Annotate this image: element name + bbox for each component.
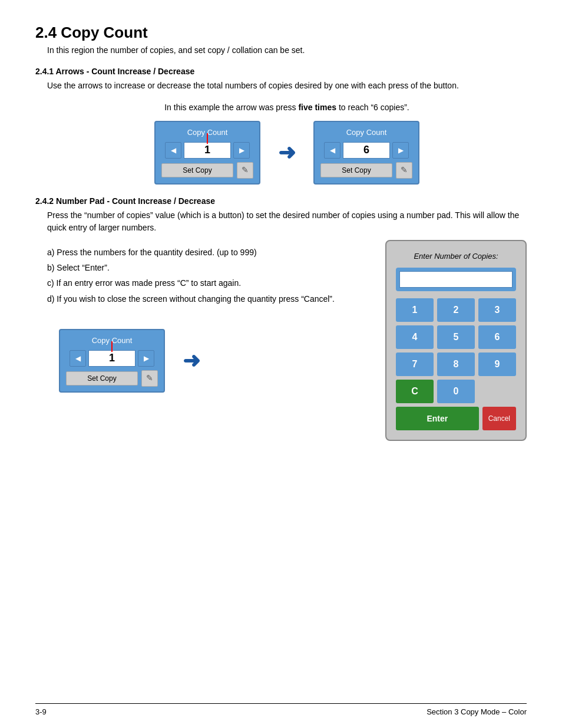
numpad-key-2[interactable]: 2 bbox=[437, 298, 475, 322]
footer-page-number: 3-9 bbox=[35, 707, 47, 716]
numpad-enter-row: Enter Cancel bbox=[396, 407, 516, 430]
widget3-decrement-button[interactable]: ◀ bbox=[70, 350, 86, 367]
widget2-decrement-button[interactable]: ◀ bbox=[324, 142, 340, 159]
widget3-counter-row: ◀ 1 ▶ bbox=[66, 350, 158, 367]
numpad-key-4[interactable]: 4 bbox=[396, 325, 434, 349]
page-subtitle: In this region the number of copies, and… bbox=[47, 45, 527, 55]
list-item-d: d) If you wish to close the screen witho… bbox=[47, 292, 362, 305]
numpad-title: Enter Number of Copies: bbox=[396, 251, 516, 262]
example-text: In this example the arrow was press five… bbox=[47, 101, 527, 114]
list-item-a: a) Press the numbers for the quantity de… bbox=[47, 246, 362, 259]
copy-count-widget-1: Copy Count ◀ 1 ▶ Set Copy ✎ bbox=[154, 121, 260, 185]
section-241-heading: 2.4.1 Arrows - Count Increase / Decrease bbox=[35, 67, 527, 76]
numpad-key-8[interactable]: 8 bbox=[437, 353, 475, 376]
widget3-bottom-row: Set Copy ✎ bbox=[66, 370, 158, 387]
widget1-set-copy-button[interactable]: Set Copy bbox=[161, 163, 233, 177]
section-241-body: Use the arrows to increase or decrease t… bbox=[47, 80, 527, 92]
diagram-arrow-2: ➜ bbox=[183, 345, 200, 377]
widget2-increment-button[interactable]: ▶ bbox=[392, 142, 409, 159]
list-item-b: b) Select “Enter”. bbox=[47, 261, 362, 274]
numpad-key-6[interactable]: 6 bbox=[478, 325, 516, 349]
numpad-cancel-button[interactable]: Cancel bbox=[482, 407, 516, 430]
widget2-bottom-row: Set Copy ✎ bbox=[320, 162, 412, 179]
widget2-set-copy-button[interactable]: Set Copy bbox=[320, 163, 392, 177]
section-242-left-col: a) Press the numbers for the quantity de… bbox=[47, 240, 362, 393]
number-pad: Enter Number of Copies: 1 2 3 4 5 6 7 8 … bbox=[385, 240, 527, 442]
copy-count-widget-3: Copy Count ◀ 1 ▶ Set Copy bbox=[59, 329, 165, 393]
numpad-key-c[interactable]: C bbox=[396, 380, 434, 403]
list-item-c: c) If an entry error was made press “C” … bbox=[47, 276, 362, 289]
numpad-enter-button[interactable]: Enter bbox=[396, 407, 479, 430]
diagram-arrow-1: ➜ bbox=[278, 137, 296, 169]
widget1-bottom-row: Set Copy ✎ bbox=[161, 162, 253, 179]
numpad-key-7[interactable]: 7 bbox=[396, 353, 434, 376]
widget1-red-cursor bbox=[207, 133, 208, 144]
numpad-input-field[interactable] bbox=[399, 271, 513, 288]
section-242-heading: 2.4.2 Number Pad - Count Increase / Decr… bbox=[35, 196, 527, 206]
widget3-set-copy-button[interactable]: Set Copy bbox=[66, 371, 138, 386]
page-footer: 3-9 Section 3 Copy Mode – Color bbox=[35, 703, 527, 716]
numpad-key-1[interactable]: 1 bbox=[396, 298, 434, 322]
numpad-key-9[interactable]: 9 bbox=[478, 353, 516, 376]
numpad-key-0[interactable]: 0 bbox=[437, 380, 475, 403]
numpad-key-3[interactable]: 3 bbox=[478, 298, 516, 322]
widget3-count-display[interactable]: 1 bbox=[88, 350, 135, 367]
widget2-edit-icon[interactable]: ✎ bbox=[396, 162, 412, 179]
widget2-title: Copy Count bbox=[320, 127, 412, 139]
section-242-widget-area: Copy Count ◀ 1 ▶ Set Copy bbox=[59, 329, 362, 393]
widget1-edit-icon[interactable]: ✎ bbox=[237, 162, 253, 179]
widget3-increment-button[interactable]: ▶ bbox=[138, 350, 154, 367]
section-242-diagram: a) Press the numbers for the quantity de… bbox=[47, 240, 527, 442]
widget2-count-display[interactable]: 6 bbox=[343, 142, 390, 159]
widget1-count-display[interactable]: 1 bbox=[184, 142, 231, 159]
widget1-counter-row: ◀ 1 ▶ bbox=[161, 142, 253, 159]
page-title: 2.4 Copy Count bbox=[35, 24, 527, 42]
widget3-red-cursor bbox=[111, 341, 113, 352]
widget1-decrement-button[interactable]: ◀ bbox=[165, 142, 181, 159]
copy-count-widget-2: Copy Count ◀ 6 ▶ Set Copy ✎ bbox=[313, 121, 419, 185]
section-242-body: Press the “number of copies” value (whic… bbox=[47, 209, 527, 234]
widget2-counter-row: ◀ 6 ▶ bbox=[320, 142, 412, 159]
numpad-grid: 1 2 3 4 5 6 7 8 9 C 0 bbox=[396, 298, 516, 403]
widget3-edit-icon[interactable]: ✎ bbox=[141, 370, 158, 387]
numpad-key-5[interactable]: 5 bbox=[437, 325, 475, 349]
section-241-diagram: Copy Count ◀ 1 ▶ Set Copy ✎ bbox=[47, 121, 527, 185]
footer-section: Section 3 Copy Mode – Color bbox=[427, 707, 527, 716]
numpad-input-area bbox=[396, 268, 516, 291]
section-242-list: a) Press the numbers for the quantity de… bbox=[47, 246, 362, 306]
widget1-increment-button[interactable]: ▶ bbox=[233, 142, 250, 159]
